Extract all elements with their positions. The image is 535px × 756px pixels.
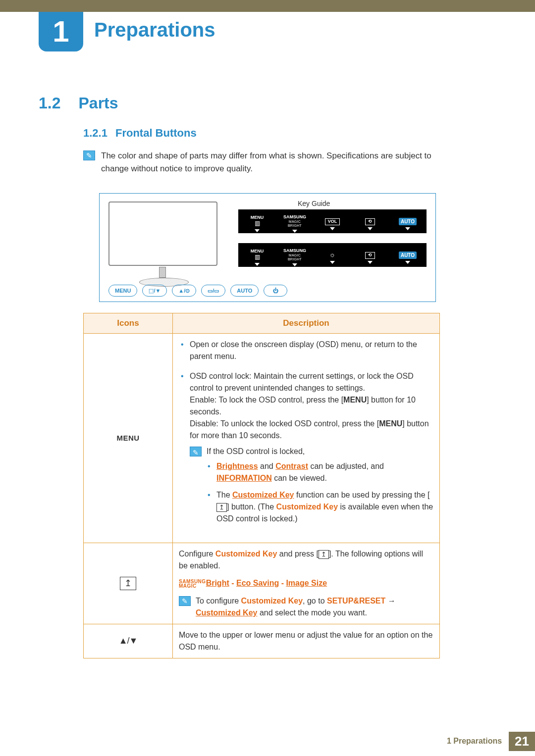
desc-cell-updown: Move to the upper or lower menu or adjus… [173,624,440,658]
menu-btn-ref: MENU [343,396,367,404]
icon-cell-menu: MENU [84,334,173,543]
desc-item: Open or close the onscreen display (OSD)… [179,339,433,362]
key-guide-label: Key Guide [298,200,330,207]
menu-icon-label: MENU [116,434,139,442]
text: function can be used by pressing the [ [294,491,429,499]
custom-key-icon: ↥ [216,503,227,512]
section-title: Parts [78,94,118,112]
text: If the OSD control is locked, [207,447,305,455]
btn-up-timer: ▲/⊙ [172,285,196,297]
btn-custom-down: ⬚/▼ [142,285,167,297]
table-row: MENU Open or close the onscreen display … [84,334,440,543]
desc-cell-menu: Open or close the onscreen display (OSD)… [173,334,440,543]
section-heading: 1.2 Parts [39,94,118,112]
text: can be adjusted, and [308,462,384,470]
link-customized-key[interactable]: Customized Key [232,491,294,499]
osd-cell: ☼ [317,251,348,258]
osd-cell: MENU▥ [241,249,273,260]
buttons-description-table: Icons Description MENU Open or close the… [83,313,440,658]
osd-cell: VOL [317,217,348,225]
table-header-icons: Icons [84,313,173,334]
text: Enable: To lock the OSD control, press t… [190,396,343,404]
text: ] button. (The [227,503,276,511]
intro-note: The color and shape of parts may differ … [83,150,440,175]
chapter-number-tab: 1 [39,12,83,51]
icon-cell-custom: ↥ [84,543,173,624]
footer-label: 1 Preparations [440,732,509,751]
monitor-illustration [108,202,217,266]
link-magic-bright[interactable]: Bright [206,579,229,587]
up-down-icon: ▲/▼ [119,636,138,646]
osd-cell: ⟲ [354,251,386,259]
subsection-title: Frontal Buttons [115,127,197,140]
text: and press [ [277,550,319,558]
note-icon [179,596,191,606]
text: OSD control lock: Maintain the current s… [190,372,414,392]
custom-key-icon: ↥ [319,550,329,559]
note-icon [190,447,202,456]
link-eco-saving[interactable]: Eco Saving [236,579,279,587]
text: MAGIC [179,584,206,588]
top-strip [0,0,535,12]
customized-key-ref: Customized Key [276,503,338,511]
table-row: ↥ Configure Customized Key and press [↥]… [84,543,440,624]
link-information[interactable]: INFORMATION [216,474,272,482]
text: The [216,491,232,499]
monitor-stand-neck [159,267,166,278]
physical-buttons-row: MENU ⬚/▼ ▲/⊙ ▭/▭ AUTO ⏻ [108,285,287,297]
setup-reset-ref: SETUP&RESET [327,597,385,605]
customized-key-ref: Customized Key [215,550,277,558]
osd-cell: ⟲ [354,217,386,225]
text: can be viewed. [272,474,327,482]
table-header-description: Description [173,313,440,334]
chapter-title: Preparations [94,19,215,41]
btn-power: ⏻ [264,285,287,297]
icon-cell-updown: ▲/▼ [84,624,173,658]
osd-cell: SAMSUNGMAGICBRIGHT [279,215,311,227]
btn-auto: AUTO [230,285,259,297]
link-image-size[interactable]: Image Size [286,579,327,587]
custom-key-icon: ↥ [120,577,136,591]
text: - [229,579,236,587]
intro-note-text: The color and shape of parts may differ … [101,150,440,175]
osd-cell: SAMSUNGMAGICBRIGHT [279,249,311,261]
text: Disable: To unlock the locked OSD contro… [190,419,379,428]
link-contrast[interactable]: Contrast [275,462,308,470]
page-footer: 1 Preparations 21 [440,732,535,751]
osd-label: VOL [325,218,340,225]
arrow-icon: → [385,597,395,605]
sub-item: The Customized Key function can be used … [207,489,433,525]
btn-source: ▭/▭ [201,285,225,297]
osd-cell: AUTO [392,218,424,225]
section-number: 1.2 [39,94,60,112]
desc-cell-custom: Configure Customized Key and press [↥]. … [173,543,440,624]
table-row: ▲/▼ Move to the upper or lower menu or a… [84,624,440,658]
front-buttons-diagram: Key Guide MENU▥ SAMSUNGMAGICBRIGHT VOL ⟲… [99,193,436,302]
text: , go to [303,597,327,605]
footer-page-number: 21 [509,732,535,751]
osd-cell: MENU▥ [241,215,273,227]
btn-menu: MENU [108,285,137,297]
link-customized-key[interactable]: Customized Key [196,608,257,617]
nested-note: If the OSD control is locked, Brightness… [190,446,433,530]
osd-bar-1: MENU▥ SAMSUNGMAGICBRIGHT VOL ⟲ AUTO [238,209,427,233]
osd-cell: AUTO [392,252,424,259]
osd-label: AUTO [399,252,417,259]
subsection-number: 1.2.1 [83,127,107,140]
menu-btn-ref: MENU [379,419,402,428]
link-brightness[interactable]: Brightness [216,462,258,470]
sub-item: Brightness and Contrast can be adjusted,… [207,460,433,484]
text: - [279,579,286,587]
note-icon [83,151,95,160]
osd-bar-2: MENU▥ SAMSUNGMAGICBRIGHT ☼ ⟲ AUTO [238,243,427,267]
osd-label: AUTO [399,218,417,225]
text: and select the mode you want. [257,608,367,617]
text: Configure [179,550,215,558]
customized-key-ref: Customized Key [241,597,303,605]
subsection-heading: 1.2.1 Frontal Buttons [83,127,197,140]
nested-note: To configure Customized Key, go to SETUP… [179,595,433,619]
desc-item: OSD control lock: Maintain the current s… [179,370,433,530]
text: To configure [196,597,241,605]
text: and [258,462,276,470]
